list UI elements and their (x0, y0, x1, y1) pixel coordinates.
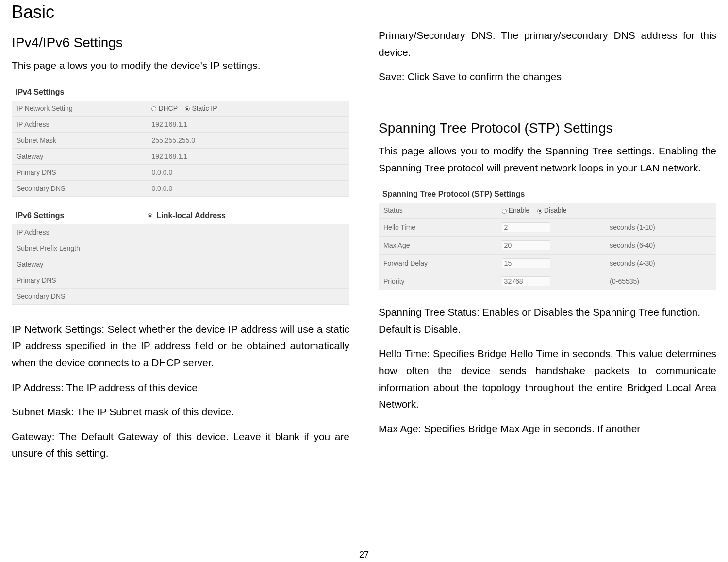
radio-icon[interactable] (148, 213, 152, 218)
row-hint: seconds (6-40) (605, 237, 716, 255)
desc-save: Save: Click Save to confirm the changes. (379, 68, 716, 85)
forward-delay-input[interactable]: 15 (502, 258, 550, 268)
table-row: IP Network Setting DHCP Static IP (12, 101, 349, 117)
table-row: IP Address192.168.1.1 (12, 116, 349, 132)
radio-icon[interactable] (185, 106, 190, 111)
row-label: Secondary DNS (12, 180, 147, 196)
row-label: Priority (379, 272, 497, 290)
radio-opt-label: DHCP (158, 104, 177, 112)
desc-max-age: Max Age: Specifies Bridge Max Age in sec… (379, 421, 716, 438)
row-label: IP Address (12, 116, 147, 132)
radio-opt-label: Disable (544, 206, 567, 214)
ipv6-table: IP Address Subnet Prefix Length Gateway … (12, 224, 349, 305)
desc-hello-time: Hello Time: Specifies Bridge Hello Time … (379, 345, 716, 413)
table-row: Subnet Mask255.255.255.0 (12, 132, 349, 148)
row-hint: seconds (4-30) (605, 255, 716, 272)
stp-settings-screenshot: Spanning Tree Protocol (STP) Settings St… (379, 187, 716, 290)
table-row: Secondary DNS0.0.0.0 (12, 180, 349, 196)
row-label: Gateway (12, 148, 147, 164)
table-row: Forward Delay 15 seconds (4-30) (379, 255, 716, 272)
table-row: Max Age 20 seconds (6-40) (379, 237, 716, 255)
radio-opt-label: Link-local Address (156, 211, 226, 220)
row-label: Primary DNS (12, 272, 147, 288)
row-label: Secondary DNS (12, 288, 147, 304)
table-row: Subnet Prefix Length (12, 240, 349, 256)
row-value: 0.0.0.0 (147, 164, 349, 180)
radio-opt-label: Static IP (192, 104, 217, 112)
stp-intro: This page allows you to modify the Spann… (379, 143, 716, 176)
radio-icon[interactable] (151, 106, 156, 111)
row-value: Enable Disable (497, 203, 716, 219)
desc-dns: Primary/Secondary DNS: The primary/secon… (379, 27, 716, 61)
table-row: Priority 32768 (0-65535) (379, 272, 716, 290)
page-title: Basic (12, 2, 349, 22)
row-label: Hello Time (379, 219, 497, 237)
ipv6-caption: IPv6 Settings (16, 211, 148, 220)
ipv4ipv6-intro: This page allows you to modify the devic… (12, 57, 349, 74)
radio-opt-label: Enable (509, 206, 530, 214)
row-label: Primary DNS (12, 164, 147, 180)
row-label: Status (379, 203, 497, 219)
table-row: Secondary DNS (12, 288, 349, 304)
ipv4-settings-screenshot: IPv4 Settings IP Network Setting DHCP St… (12, 85, 349, 305)
ipv6-linklocal-label: Link-local Address (148, 211, 346, 220)
page-number: 27 (0, 550, 728, 560)
row-value: 2 (497, 219, 605, 237)
row-value: DHCP Static IP (147, 101, 349, 117)
desc-gateway: Gateway: The Default Gateway of this dev… (12, 428, 349, 462)
row-value: 192.168.1.1 (147, 116, 349, 132)
stp-table: Status Enable Disable Hello Time 2 secon… (379, 203, 716, 290)
priority-input[interactable]: 32768 (502, 276, 550, 286)
table-row: IP Address (12, 224, 349, 240)
ipv6-header-row: IPv6 Settings Link-local Address (12, 206, 349, 224)
section-stp-heading: Spanning Tree Protocol (STP) Settings (379, 120, 716, 136)
row-label: Gateway (12, 256, 147, 272)
table-row: Primary DNS (12, 272, 349, 288)
row-label: Subnet Prefix Length (12, 240, 147, 256)
radio-icon[interactable] (537, 209, 542, 214)
row-value: 15 (497, 255, 605, 272)
table-row: Gateway (12, 256, 349, 272)
table-row: Primary DNS0.0.0.0 (12, 164, 349, 180)
stp-caption: Spanning Tree Protocol (STP) Settings (379, 187, 716, 203)
desc-subnet-mask: Subnet Mask: The IP Subnet mask of this … (12, 404, 349, 421)
row-value: 192.168.1.1 (147, 148, 349, 164)
row-label: IP Address (12, 224, 147, 240)
hello-time-input[interactable]: 2 (502, 222, 550, 232)
row-value: 255.255.255.0 (147, 132, 349, 148)
row-hint: (0-65535) (605, 272, 716, 290)
ipv4-table: IP Network Setting DHCP Static IP IP Add… (12, 101, 349, 197)
table-row: Hello Time 2 seconds (1-10) (379, 219, 716, 237)
ipv4-caption: IPv4 Settings (12, 85, 349, 101)
row-label: Max Age (379, 237, 497, 255)
max-age-input[interactable]: 20 (502, 240, 550, 250)
row-value: 20 (497, 237, 605, 255)
desc-stp-status: Spanning Tree Status: Enables or Disable… (379, 304, 716, 338)
row-label: Forward Delay (379, 255, 497, 272)
desc-ip-network-settings: IP Network Settings: Select whether the … (12, 321, 349, 372)
radio-icon[interactable] (502, 209, 507, 214)
row-value: 0.0.0.0 (147, 180, 349, 196)
row-label: Subnet Mask (12, 132, 147, 148)
table-row: Status Enable Disable (379, 203, 716, 219)
desc-ip-address: IP Address: The IP address of this devic… (12, 379, 349, 396)
row-value: 32768 (497, 272, 605, 290)
table-row: Gateway192.168.1.1 (12, 148, 349, 164)
row-hint: seconds (1-10) (605, 219, 716, 237)
section-ipv4ipv6-heading: IPv4/IPv6 Settings (12, 35, 349, 51)
row-label: IP Network Setting (12, 101, 147, 117)
